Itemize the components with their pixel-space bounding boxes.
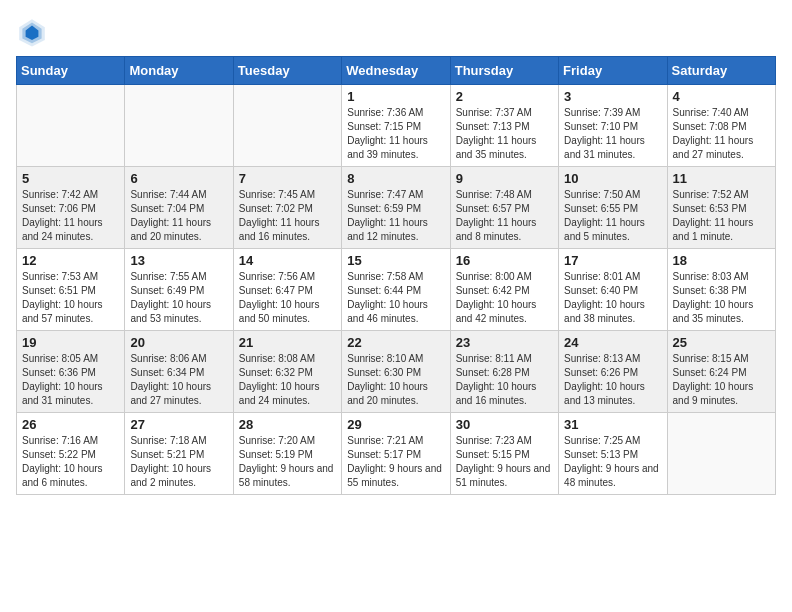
day-number: 1 xyxy=(347,89,444,104)
day-number: 7 xyxy=(239,171,336,186)
calendar-cell: 28Sunrise: 7:20 AMSunset: 5:19 PMDayligh… xyxy=(233,413,341,495)
cell-info: Sunrise: 8:01 AMSunset: 6:40 PMDaylight:… xyxy=(564,270,661,326)
calendar-cell: 21Sunrise: 8:08 AMSunset: 6:32 PMDayligh… xyxy=(233,331,341,413)
day-number: 11 xyxy=(673,171,770,186)
calendar-cell: 9Sunrise: 7:48 AMSunset: 6:57 PMDaylight… xyxy=(450,167,558,249)
calendar-cell: 3Sunrise: 7:39 AMSunset: 7:10 PMDaylight… xyxy=(559,85,667,167)
day-number: 17 xyxy=(564,253,661,268)
calendar-cell xyxy=(17,85,125,167)
cell-info: Sunrise: 8:10 AMSunset: 6:30 PMDaylight:… xyxy=(347,352,444,408)
logo xyxy=(16,16,52,48)
day-number: 21 xyxy=(239,335,336,350)
cell-info: Sunrise: 7:16 AMSunset: 5:22 PMDaylight:… xyxy=(22,434,119,490)
calendar-cell: 10Sunrise: 7:50 AMSunset: 6:55 PMDayligh… xyxy=(559,167,667,249)
cell-info: Sunrise: 7:42 AMSunset: 7:06 PMDaylight:… xyxy=(22,188,119,244)
day-number: 16 xyxy=(456,253,553,268)
day-number: 27 xyxy=(130,417,227,432)
day-number: 22 xyxy=(347,335,444,350)
day-number: 25 xyxy=(673,335,770,350)
cell-info: Sunrise: 7:23 AMSunset: 5:15 PMDaylight:… xyxy=(456,434,553,490)
day-number: 5 xyxy=(22,171,119,186)
cell-info: Sunrise: 8:11 AMSunset: 6:28 PMDaylight:… xyxy=(456,352,553,408)
day-number: 29 xyxy=(347,417,444,432)
calendar-cell: 16Sunrise: 8:00 AMSunset: 6:42 PMDayligh… xyxy=(450,249,558,331)
calendar-cell: 4Sunrise: 7:40 AMSunset: 7:08 PMDaylight… xyxy=(667,85,775,167)
calendar-cell: 27Sunrise: 7:18 AMSunset: 5:21 PMDayligh… xyxy=(125,413,233,495)
day-number: 28 xyxy=(239,417,336,432)
day-number: 12 xyxy=(22,253,119,268)
calendar-cell: 24Sunrise: 8:13 AMSunset: 6:26 PMDayligh… xyxy=(559,331,667,413)
cell-info: Sunrise: 7:47 AMSunset: 6:59 PMDaylight:… xyxy=(347,188,444,244)
day-number: 13 xyxy=(130,253,227,268)
calendar-cell: 25Sunrise: 8:15 AMSunset: 6:24 PMDayligh… xyxy=(667,331,775,413)
day-number: 14 xyxy=(239,253,336,268)
weekday-header: Wednesday xyxy=(342,57,450,85)
day-number: 31 xyxy=(564,417,661,432)
cell-info: Sunrise: 7:56 AMSunset: 6:47 PMDaylight:… xyxy=(239,270,336,326)
calendar-cell: 1Sunrise: 7:36 AMSunset: 7:15 PMDaylight… xyxy=(342,85,450,167)
cell-info: Sunrise: 7:45 AMSunset: 7:02 PMDaylight:… xyxy=(239,188,336,244)
cell-info: Sunrise: 7:55 AMSunset: 6:49 PMDaylight:… xyxy=(130,270,227,326)
day-number: 18 xyxy=(673,253,770,268)
cell-info: Sunrise: 7:48 AMSunset: 6:57 PMDaylight:… xyxy=(456,188,553,244)
day-number: 2 xyxy=(456,89,553,104)
weekday-header: Sunday xyxy=(17,57,125,85)
calendar-week-row: 19Sunrise: 8:05 AMSunset: 6:36 PMDayligh… xyxy=(17,331,776,413)
cell-info: Sunrise: 7:20 AMSunset: 5:19 PMDaylight:… xyxy=(239,434,336,490)
calendar-cell: 17Sunrise: 8:01 AMSunset: 6:40 PMDayligh… xyxy=(559,249,667,331)
calendar-cell: 11Sunrise: 7:52 AMSunset: 6:53 PMDayligh… xyxy=(667,167,775,249)
calendar-cell: 23Sunrise: 8:11 AMSunset: 6:28 PMDayligh… xyxy=(450,331,558,413)
day-number: 15 xyxy=(347,253,444,268)
day-number: 8 xyxy=(347,171,444,186)
cell-info: Sunrise: 7:44 AMSunset: 7:04 PMDaylight:… xyxy=(130,188,227,244)
calendar-cell: 13Sunrise: 7:55 AMSunset: 6:49 PMDayligh… xyxy=(125,249,233,331)
calendar-cell: 7Sunrise: 7:45 AMSunset: 7:02 PMDaylight… xyxy=(233,167,341,249)
weekday-header: Saturday xyxy=(667,57,775,85)
day-number: 26 xyxy=(22,417,119,432)
cell-info: Sunrise: 7:40 AMSunset: 7:08 PMDaylight:… xyxy=(673,106,770,162)
calendar-cell: 6Sunrise: 7:44 AMSunset: 7:04 PMDaylight… xyxy=(125,167,233,249)
cell-info: Sunrise: 7:58 AMSunset: 6:44 PMDaylight:… xyxy=(347,270,444,326)
calendar-cell: 29Sunrise: 7:21 AMSunset: 5:17 PMDayligh… xyxy=(342,413,450,495)
calendar-week-row: 5Sunrise: 7:42 AMSunset: 7:06 PMDaylight… xyxy=(17,167,776,249)
calendar-cell: 12Sunrise: 7:53 AMSunset: 6:51 PMDayligh… xyxy=(17,249,125,331)
calendar-cell: 2Sunrise: 7:37 AMSunset: 7:13 PMDaylight… xyxy=(450,85,558,167)
cell-info: Sunrise: 7:21 AMSunset: 5:17 PMDaylight:… xyxy=(347,434,444,490)
calendar-week-row: 26Sunrise: 7:16 AMSunset: 5:22 PMDayligh… xyxy=(17,413,776,495)
day-number: 23 xyxy=(456,335,553,350)
cell-info: Sunrise: 7:37 AMSunset: 7:13 PMDaylight:… xyxy=(456,106,553,162)
calendar-cell: 5Sunrise: 7:42 AMSunset: 7:06 PMDaylight… xyxy=(17,167,125,249)
cell-info: Sunrise: 8:15 AMSunset: 6:24 PMDaylight:… xyxy=(673,352,770,408)
calendar-cell: 14Sunrise: 7:56 AMSunset: 6:47 PMDayligh… xyxy=(233,249,341,331)
cell-info: Sunrise: 8:00 AMSunset: 6:42 PMDaylight:… xyxy=(456,270,553,326)
day-number: 30 xyxy=(456,417,553,432)
day-number: 9 xyxy=(456,171,553,186)
cell-info: Sunrise: 8:06 AMSunset: 6:34 PMDaylight:… xyxy=(130,352,227,408)
cell-info: Sunrise: 7:53 AMSunset: 6:51 PMDaylight:… xyxy=(22,270,119,326)
calendar-cell xyxy=(233,85,341,167)
calendar-cell: 19Sunrise: 8:05 AMSunset: 6:36 PMDayligh… xyxy=(17,331,125,413)
calendar-cell: 8Sunrise: 7:47 AMSunset: 6:59 PMDaylight… xyxy=(342,167,450,249)
day-number: 24 xyxy=(564,335,661,350)
cell-info: Sunrise: 7:52 AMSunset: 6:53 PMDaylight:… xyxy=(673,188,770,244)
cell-info: Sunrise: 8:03 AMSunset: 6:38 PMDaylight:… xyxy=(673,270,770,326)
day-number: 4 xyxy=(673,89,770,104)
calendar-cell xyxy=(667,413,775,495)
day-number: 6 xyxy=(130,171,227,186)
calendar-cell: 31Sunrise: 7:25 AMSunset: 5:13 PMDayligh… xyxy=(559,413,667,495)
calendar-header-row: SundayMondayTuesdayWednesdayThursdayFrid… xyxy=(17,57,776,85)
page-header xyxy=(16,16,776,48)
calendar-cell: 22Sunrise: 8:10 AMSunset: 6:30 PMDayligh… xyxy=(342,331,450,413)
weekday-header: Monday xyxy=(125,57,233,85)
calendar-cell: 15Sunrise: 7:58 AMSunset: 6:44 PMDayligh… xyxy=(342,249,450,331)
weekday-header: Friday xyxy=(559,57,667,85)
calendar-week-row: 1Sunrise: 7:36 AMSunset: 7:15 PMDaylight… xyxy=(17,85,776,167)
day-number: 10 xyxy=(564,171,661,186)
calendar-cell: 30Sunrise: 7:23 AMSunset: 5:15 PMDayligh… xyxy=(450,413,558,495)
cell-info: Sunrise: 8:13 AMSunset: 6:26 PMDaylight:… xyxy=(564,352,661,408)
weekday-header: Thursday xyxy=(450,57,558,85)
day-number: 19 xyxy=(22,335,119,350)
cell-info: Sunrise: 8:05 AMSunset: 6:36 PMDaylight:… xyxy=(22,352,119,408)
cell-info: Sunrise: 7:36 AMSunset: 7:15 PMDaylight:… xyxy=(347,106,444,162)
calendar-cell xyxy=(125,85,233,167)
